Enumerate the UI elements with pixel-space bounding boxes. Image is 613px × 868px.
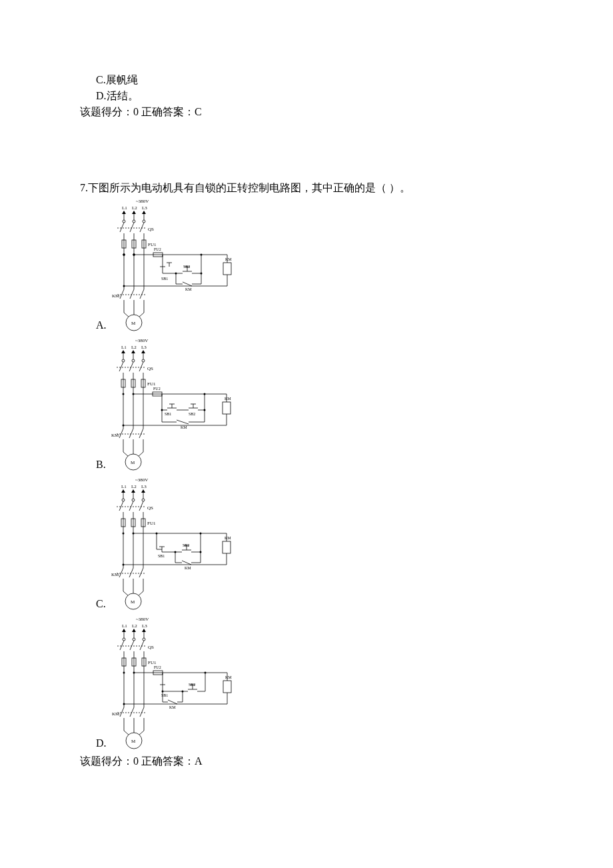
svg-text:L1: L1 [121,345,127,350]
svg-point-235 [133,638,135,641]
svg-text:SB2: SB2 [183,543,189,547]
question-7-stem: 7.下图所示为电动机具有自锁的正转控制电路图，其中正确的是（ ）。 [80,180,533,196]
svg-line-292 [130,707,134,717]
svg-text:QS: QS [148,227,154,232]
svg-point-140 [203,409,205,411]
svg-text:L3: L3 [141,484,147,489]
svg-text:FU1: FU1 [148,660,157,665]
svg-text:SB1: SB1 [158,554,165,558]
svg-point-287 [161,691,163,693]
svg-text:KM: KM [225,675,232,679]
svg-point-268 [123,703,125,705]
svg-text:QS: QS [148,645,154,650]
svg-text:M: M [131,739,136,744]
svg-text:SB2: SB2 [189,412,195,416]
svg-text:KM: KM [185,287,192,291]
option-c-letter: C. [80,598,110,610]
svg-line-294 [140,707,144,717]
svg-point-40 [123,285,125,287]
svg-line-217 [129,568,133,577]
svg-text:M: M [131,599,135,605]
svg-point-139 [161,409,163,411]
svg-point-56 [200,254,202,256]
svg-line-285 [168,700,177,704]
svg-point-233 [123,638,125,641]
option-a-letter: A. [80,319,111,331]
svg-text:KM: KM [112,711,120,717]
svg-text:QS: QS [147,366,153,371]
svg-line-215 [119,568,123,577]
svg-line-60 [183,282,192,286]
svg-line-92 [139,362,143,371]
svg-text:L2: L2 [132,623,137,629]
svg-point-87 [142,359,145,362]
svg-point-62 [175,273,177,275]
svg-text:SB1: SB1 [165,412,171,416]
svg-line-14 [140,223,144,232]
svg-point-206 [199,533,201,535]
svg-text:KM: KM [169,705,176,709]
option-c-q6: C.展帆绳 [80,72,533,88]
svg-text:L3: L3 [142,623,147,629]
svg-point-133 [203,393,205,395]
svg-text:KM: KM [185,566,191,570]
svg-line-10 [120,223,124,232]
svg-point-162 [132,499,135,501]
svg-text:~380V: ~380V [135,477,148,483]
svg-text:KM: KM [111,572,119,577]
svg-point-237 [143,638,145,641]
svg-line-219 [139,568,143,577]
svg-text:M: M [131,460,135,465]
svg-text:KM: KM [225,397,231,401]
svg-text:L1: L1 [122,205,127,211]
svg-rect-36 [223,263,231,275]
svg-point-106 [122,393,124,395]
svg-point-83 [122,359,125,362]
svg-point-288 [181,691,183,693]
svg-point-160 [122,499,125,501]
svg-text:~380V: ~380V [136,617,149,622]
svg-line-167 [129,501,133,511]
svg-text:KM: KM [225,257,232,261]
svg-line-88 [119,362,123,371]
svg-line-210 [182,561,191,565]
svg-point-256 [123,672,125,674]
svg-text:KM: KM [225,536,231,540]
svg-text:FU2: FU2 [154,247,161,251]
svg-point-28 [123,254,125,256]
svg-text:KM: KM [181,425,187,429]
svg-line-238 [120,641,124,650]
svg-line-142 [119,429,123,438]
svg-text:KM: KM [112,293,120,299]
svg-text:SB1: SB1 [161,693,168,697]
option-d-q6: D.活结。 [80,88,533,104]
svg-line-165 [119,501,123,511]
svg-line-144 [129,429,133,438]
svg-line-12 [130,223,134,232]
svg-point-7 [133,220,135,223]
svg-line-90 [129,362,133,371]
svg-text:L2: L2 [131,345,137,350]
svg-point-5 [123,220,125,223]
svg-text:SB2: SB2 [189,683,195,687]
svg-text:FU2: FU2 [153,387,161,391]
svg-text:FU1: FU1 [147,381,156,387]
svg-line-169 [139,501,143,511]
svg-line-69 [140,289,144,299]
svg-line-240 [130,641,134,650]
svg-line-146 [139,429,143,438]
option-d-letter: D. [80,737,111,749]
svg-text:SB1: SB1 [161,277,168,281]
option-b-row: B. ~380V L1 L2 L3 [80,335,533,472]
svg-point-183 [122,533,124,535]
svg-point-63 [200,273,202,275]
circuit-diagram-a: ~380V L1 L2 L3 [111,196,244,333]
svg-text:L1: L1 [122,623,127,629]
svg-text:FU1: FU1 [148,242,157,247]
svg-text:L3: L3 [142,205,147,211]
svg-text:~380V: ~380V [136,199,149,204]
svg-rect-264 [223,681,231,693]
svg-text:FU2: FU2 [154,665,161,669]
option-a-row: A. ~380V L1 L2 L3 [80,196,533,333]
svg-point-205 [155,533,157,535]
